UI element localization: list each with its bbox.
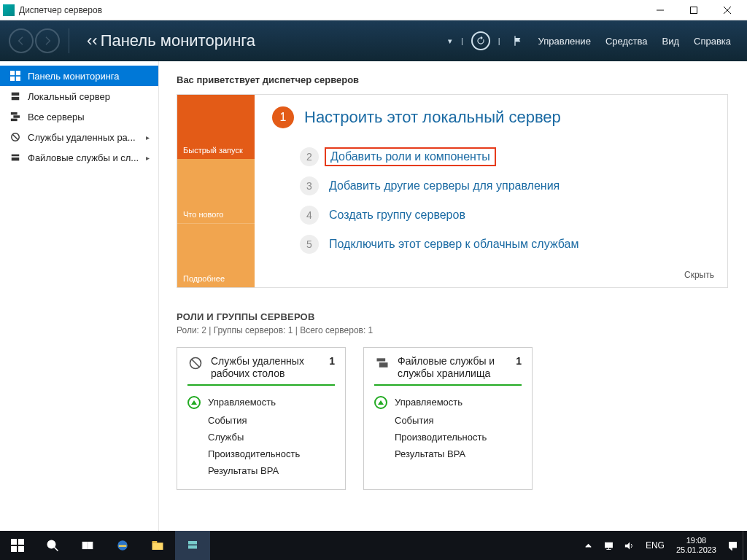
- sidebar-item-label: Файловые службы и сл...: [28, 152, 139, 163]
- tile-row-manage[interactable]: Управляемость: [187, 393, 335, 412]
- status-bar: [187, 384, 335, 386]
- window-titlebar: Диспетчер серверов: [0, 0, 747, 20]
- tile-row-services[interactable]: Службы: [187, 429, 335, 446]
- sidebar-item-dashboard[interactable]: Панель мониторинга: [0, 66, 158, 86]
- tile-title: Службы удаленных рабочих столов: [211, 355, 322, 380]
- tile-title: Файловые службы и службы хранилища: [398, 355, 508, 380]
- quickstart-tab-more[interactable]: Подробнее: [177, 223, 255, 287]
- dashboard-icon: [9, 71, 22, 81]
- add-roles-features-link[interactable]: Добавить роли и компоненты: [325, 147, 496, 166]
- taskbar-ie[interactable]: [105, 531, 140, 560]
- tray-language[interactable]: ENG: [640, 540, 670, 551]
- sidebar-item-label: Локальный сервер: [28, 91, 110, 102]
- tray-chevron-up-icon[interactable]: [578, 531, 599, 560]
- tile-row-bpa[interactable]: Результаты BPA: [374, 446, 522, 462]
- servers-icon: [9, 112, 22, 122]
- sidebar-item-label: Панель мониторинга: [28, 71, 120, 82]
- svg-rect-32: [188, 541, 197, 545]
- taskbar-explorer[interactable]: [140, 531, 175, 560]
- configure-local-server-link[interactable]: Настроить этот локальный сервер: [304, 108, 561, 127]
- tile-rds[interactable]: Службы удаленных рабочих столов 1 Управл…: [177, 347, 346, 490]
- menu-manage[interactable]: Управление: [538, 36, 591, 47]
- svg-rect-6: [10, 77, 15, 81]
- tile-file-services[interactable]: Файловые службы и службы хранилища 1 Упр…: [363, 347, 533, 490]
- connect-cloud-link[interactable]: Подключить этот сервер к облачным служба…: [329, 238, 578, 251]
- tile-count: 1: [329, 355, 335, 367]
- divider: |: [461, 36, 463, 45]
- minimize-button[interactable]: [643, 0, 677, 20]
- svg-line-18: [192, 359, 199, 367]
- sidebar-item-all-servers[interactable]: Все серверы: [0, 106, 158, 127]
- svg-rect-10: [11, 112, 18, 115]
- svg-rect-11: [13, 115, 20, 118]
- create-server-group-link[interactable]: Создать группу серверов: [329, 209, 465, 222]
- quickstart-tabs: Быстрый запуск Что нового Подробнее: [177, 95, 255, 287]
- step-number: 5: [300, 235, 319, 254]
- menu-view[interactable]: Вид: [662, 36, 679, 47]
- server-icon: [9, 91, 22, 101]
- sidebar-item-local-server[interactable]: Локальный сервер: [0, 86, 158, 106]
- taskbar-server-manager[interactable]: [175, 531, 210, 560]
- step-number: 4: [300, 206, 319, 225]
- sidebar-item-label: Службы удаленных ра...: [28, 132, 136, 143]
- quickstart-tab-quick[interactable]: Быстрый запуск: [177, 95, 255, 159]
- tile-row-manage[interactable]: Управляемость: [374, 393, 522, 412]
- menu-help[interactable]: Справка: [694, 36, 731, 47]
- svg-rect-27: [82, 542, 87, 549]
- svg-rect-7: [16, 77, 20, 81]
- divider: |: [498, 36, 500, 45]
- roles-subheading: Роли: 2 | Группы серверов: 1 | Всего сер…: [177, 325, 728, 335]
- svg-rect-28: [88, 542, 93, 549]
- status-up-icon: [187, 396, 201, 409]
- tray-action-center-icon[interactable]: [722, 531, 743, 560]
- svg-line-14: [13, 135, 18, 140]
- svg-rect-8: [12, 93, 20, 96]
- svg-rect-5: [16, 71, 20, 75]
- taskbar: ENG 19:08 25.01.2023: [0, 531, 747, 560]
- window-title: Диспетчер серверов: [19, 5, 643, 15]
- menu-tools[interactable]: Средства: [605, 36, 648, 47]
- app-icon: [3, 4, 15, 16]
- tray-clock[interactable]: 19:08 25.01.2023: [670, 536, 722, 555]
- chevron-right-icon: ▸: [146, 133, 150, 141]
- roles-heading: РОЛИ И ГРУППЫ СЕРВЕРОВ: [177, 311, 728, 322]
- refresh-button[interactable]: [471, 31, 491, 51]
- chevron-right-icon: ▸: [146, 154, 150, 162]
- add-other-servers-link[interactable]: Добавить другие серверы для управления: [329, 179, 560, 192]
- tile-row-perf[interactable]: Производительность: [374, 429, 522, 446]
- tray-network-icon[interactable]: [599, 531, 619, 560]
- step-number: 1: [272, 106, 294, 128]
- start-button[interactable]: [0, 531, 35, 560]
- svg-point-25: [47, 540, 55, 548]
- divider: [69, 28, 69, 53]
- tile-row-perf[interactable]: Производительность: [187, 446, 335, 462]
- sidebar-item-rds[interactable]: Службы удаленных ра... ▸: [0, 127, 158, 147]
- svg-rect-33: [188, 545, 197, 549]
- svg-rect-21: [11, 539, 17, 545]
- back-button[interactable]: [9, 28, 34, 53]
- step-number: 3: [300, 176, 319, 195]
- svg-rect-24: [18, 546, 24, 552]
- chevron-down-icon[interactable]: ▾: [448, 36, 452, 46]
- search-button[interactable]: [35, 531, 70, 560]
- notifications-flag-icon[interactable]: [508, 31, 528, 51]
- sidebar-item-file-services[interactable]: Файловые службы и сл... ▸: [0, 147, 158, 168]
- tile-row-events[interactable]: События: [187, 412, 335, 429]
- app-header: ‹‹ Панель мониторинга ▾ | | Управление С…: [0, 20, 747, 61]
- svg-rect-12: [11, 119, 18, 122]
- quickstart-tab-whatsnew[interactable]: Что нового: [177, 159, 255, 223]
- svg-marker-37: [625, 542, 630, 549]
- tray-volume-icon[interactable]: [619, 531, 640, 560]
- file-services-icon: [374, 355, 390, 371]
- welcome-heading: Вас приветствует диспетчер серверов: [177, 74, 728, 85]
- forward-button[interactable]: [35, 28, 60, 53]
- maximize-button[interactable]: [677, 0, 711, 20]
- show-desktop-button[interactable]: [743, 531, 747, 560]
- svg-line-26: [54, 547, 58, 551]
- svg-rect-9: [12, 97, 20, 100]
- tile-row-bpa[interactable]: Результаты BPA: [187, 462, 335, 479]
- close-button[interactable]: [711, 0, 744, 20]
- task-view-button[interactable]: [70, 531, 105, 560]
- hide-link[interactable]: Скрыть: [684, 270, 714, 280]
- tile-row-events[interactable]: События: [374, 412, 522, 429]
